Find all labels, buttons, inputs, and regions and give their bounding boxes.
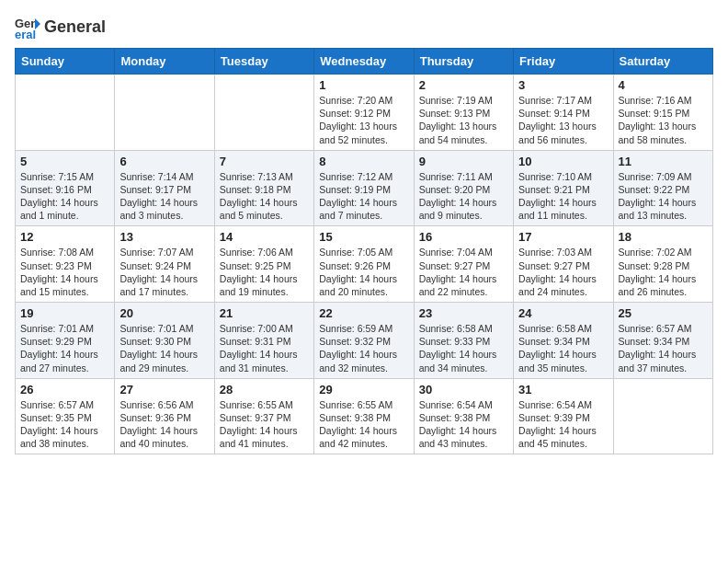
calendar-header-thursday: Thursday bbox=[414, 49, 513, 75]
calendar-cell: 7Sunrise: 7:13 AMSunset: 9:18 PMDaylight… bbox=[214, 150, 313, 226]
day-info: Sunrise: 6:54 AMSunset: 9:39 PMDaylight:… bbox=[518, 398, 608, 451]
day-info: Sunrise: 7:04 AMSunset: 9:27 PMDaylight:… bbox=[419, 246, 508, 298]
calendar-header-wednesday: Wednesday bbox=[314, 49, 414, 75]
calendar-cell: 10Sunrise: 7:10 AMSunset: 9:21 PMDayligh… bbox=[514, 150, 613, 226]
day-number: 20 bbox=[119, 306, 209, 320]
calendar-header-monday: Monday bbox=[115, 49, 214, 75]
day-info: Sunrise: 7:01 AMSunset: 9:29 PMDaylight:… bbox=[20, 322, 109, 374]
day-info: Sunrise: 7:00 AMSunset: 9:31 PMDaylight:… bbox=[220, 322, 309, 374]
logo-text: General bbox=[44, 18, 106, 37]
calendar-cell: 19Sunrise: 7:01 AMSunset: 9:29 PMDayligh… bbox=[16, 303, 115, 379]
day-number: 6 bbox=[119, 155, 209, 168]
calendar-cell: 12Sunrise: 7:08 AMSunset: 9:23 PMDayligh… bbox=[16, 226, 115, 303]
logo: Gen eral General bbox=[15, 15, 106, 40]
day-number: 26 bbox=[20, 383, 109, 396]
day-info: Sunrise: 7:16 AMSunset: 9:15 PMDaylight:… bbox=[619, 94, 708, 146]
day-info: Sunrise: 7:19 AMSunset: 9:13 PMDaylight:… bbox=[419, 94, 508, 146]
day-number: 8 bbox=[319, 155, 408, 168]
day-number: 7 bbox=[220, 155, 309, 168]
calendar-cell: 26Sunrise: 6:57 AMSunset: 9:35 PMDayligh… bbox=[16, 378, 115, 454]
calendar-cell bbox=[214, 75, 313, 151]
logo-icon: Gen eral bbox=[15, 15, 40, 40]
calendar-cell: 30Sunrise: 6:54 AMSunset: 9:38 PMDayligh… bbox=[414, 378, 513, 454]
calendar-cell bbox=[115, 75, 214, 151]
day-info: Sunrise: 7:13 AMSunset: 9:18 PMDaylight:… bbox=[220, 170, 309, 223]
calendar-cell: 29Sunrise: 6:55 AMSunset: 9:38 PMDayligh… bbox=[314, 378, 414, 454]
day-info: Sunrise: 7:03 AMSunset: 9:27 PMDaylight:… bbox=[518, 246, 608, 298]
day-info: Sunrise: 7:15 AMSunset: 9:16 PMDaylight:… bbox=[20, 170, 109, 223]
day-number: 28 bbox=[220, 383, 309, 396]
day-number: 14 bbox=[220, 230, 309, 244]
calendar-header-tuesday: Tuesday bbox=[214, 49, 313, 75]
day-number: 27 bbox=[119, 383, 209, 396]
calendar-cell: 21Sunrise: 7:00 AMSunset: 9:31 PMDayligh… bbox=[214, 303, 313, 379]
day-number: 25 bbox=[619, 306, 708, 320]
day-info: Sunrise: 7:14 AMSunset: 9:17 PMDaylight:… bbox=[119, 170, 209, 223]
day-number: 16 bbox=[419, 230, 508, 244]
day-info: Sunrise: 6:54 AMSunset: 9:38 PMDaylight:… bbox=[419, 398, 508, 451]
calendar-cell: 9Sunrise: 7:11 AMSunset: 9:20 PMDaylight… bbox=[414, 150, 513, 226]
day-info: Sunrise: 7:09 AMSunset: 9:22 PMDaylight:… bbox=[619, 170, 708, 223]
svg-text:eral: eral bbox=[15, 28, 36, 40]
calendar-week-row: 1Sunrise: 7:20 AMSunset: 9:12 PMDaylight… bbox=[16, 75, 713, 151]
day-info: Sunrise: 6:56 AMSunset: 9:36 PMDaylight:… bbox=[119, 398, 209, 451]
day-info: Sunrise: 7:10 AMSunset: 9:21 PMDaylight:… bbox=[518, 170, 608, 223]
day-number: 15 bbox=[319, 230, 408, 244]
calendar-cell: 17Sunrise: 7:03 AMSunset: 9:27 PMDayligh… bbox=[514, 226, 613, 303]
calendar-cell: 13Sunrise: 7:07 AMSunset: 9:24 PMDayligh… bbox=[115, 226, 214, 303]
calendar-cell: 6Sunrise: 7:14 AMSunset: 9:17 PMDaylight… bbox=[115, 150, 214, 226]
calendar-cell: 5Sunrise: 7:15 AMSunset: 9:16 PMDaylight… bbox=[16, 150, 115, 226]
day-info: Sunrise: 6:55 AMSunset: 9:37 PMDaylight:… bbox=[220, 398, 309, 451]
day-info: Sunrise: 7:11 AMSunset: 9:20 PMDaylight:… bbox=[419, 170, 508, 223]
calendar-header-friday: Friday bbox=[514, 49, 613, 75]
day-number: 10 bbox=[518, 155, 608, 168]
calendar-week-row: 5Sunrise: 7:15 AMSunset: 9:16 PMDaylight… bbox=[16, 150, 713, 226]
day-number: 13 bbox=[119, 230, 209, 244]
day-number: 24 bbox=[518, 306, 608, 320]
calendar-cell: 2Sunrise: 7:19 AMSunset: 9:13 PMDaylight… bbox=[414, 75, 513, 151]
calendar-cell: 16Sunrise: 7:04 AMSunset: 9:27 PMDayligh… bbox=[414, 226, 513, 303]
calendar-cell: 14Sunrise: 7:06 AMSunset: 9:25 PMDayligh… bbox=[214, 226, 313, 303]
day-info: Sunrise: 7:08 AMSunset: 9:23 PMDaylight:… bbox=[20, 246, 109, 298]
calendar-cell: 4Sunrise: 7:16 AMSunset: 9:15 PMDaylight… bbox=[613, 75, 712, 151]
day-info: Sunrise: 6:58 AMSunset: 9:34 PMDaylight:… bbox=[518, 322, 608, 374]
day-info: Sunrise: 6:57 AMSunset: 9:34 PMDaylight:… bbox=[619, 322, 708, 374]
day-info: Sunrise: 7:05 AMSunset: 9:26 PMDaylight:… bbox=[319, 246, 408, 298]
calendar-cell: 24Sunrise: 6:58 AMSunset: 9:34 PMDayligh… bbox=[514, 303, 613, 379]
calendar-cell: 11Sunrise: 7:09 AMSunset: 9:22 PMDayligh… bbox=[613, 150, 712, 226]
day-number: 23 bbox=[419, 306, 508, 320]
calendar-cell bbox=[613, 378, 712, 454]
calendar-cell: 20Sunrise: 7:01 AMSunset: 9:30 PMDayligh… bbox=[115, 303, 214, 379]
day-info: Sunrise: 6:57 AMSunset: 9:35 PMDaylight:… bbox=[20, 398, 109, 451]
calendar-table: SundayMondayTuesdayWednesdayThursdayFrid… bbox=[15, 48, 713, 454]
day-info: Sunrise: 7:12 AMSunset: 9:19 PMDaylight:… bbox=[319, 170, 408, 223]
calendar-week-row: 26Sunrise: 6:57 AMSunset: 9:35 PMDayligh… bbox=[16, 378, 713, 454]
calendar-cell: 23Sunrise: 6:58 AMSunset: 9:33 PMDayligh… bbox=[414, 303, 513, 379]
calendar-cell: 22Sunrise: 6:59 AMSunset: 9:32 PMDayligh… bbox=[314, 303, 414, 379]
calendar-cell: 28Sunrise: 6:55 AMSunset: 9:37 PMDayligh… bbox=[214, 378, 313, 454]
day-number: 30 bbox=[419, 383, 508, 396]
calendar-cell: 31Sunrise: 6:54 AMSunset: 9:39 PMDayligh… bbox=[514, 378, 613, 454]
day-number: 3 bbox=[518, 78, 608, 92]
day-info: Sunrise: 6:58 AMSunset: 9:33 PMDaylight:… bbox=[419, 322, 508, 374]
calendar-cell: 15Sunrise: 7:05 AMSunset: 9:26 PMDayligh… bbox=[314, 226, 414, 303]
day-number: 9 bbox=[419, 155, 508, 168]
day-info: Sunrise: 7:17 AMSunset: 9:14 PMDaylight:… bbox=[518, 94, 608, 146]
calendar-header-row: SundayMondayTuesdayWednesdayThursdayFrid… bbox=[16, 49, 713, 75]
day-number: 11 bbox=[619, 155, 708, 168]
day-info: Sunrise: 6:55 AMSunset: 9:38 PMDaylight:… bbox=[319, 398, 408, 451]
day-number: 17 bbox=[518, 230, 608, 244]
day-number: 12 bbox=[20, 230, 109, 244]
day-number: 2 bbox=[419, 78, 508, 92]
calendar-cell: 8Sunrise: 7:12 AMSunset: 9:19 PMDaylight… bbox=[314, 150, 414, 226]
day-number: 18 bbox=[619, 230, 708, 244]
day-number: 21 bbox=[220, 306, 309, 320]
day-number: 22 bbox=[319, 306, 408, 320]
day-info: Sunrise: 7:02 AMSunset: 9:28 PMDaylight:… bbox=[619, 246, 708, 298]
day-info: Sunrise: 7:20 AMSunset: 9:12 PMDaylight:… bbox=[319, 94, 408, 146]
calendar-cell: 18Sunrise: 7:02 AMSunset: 9:28 PMDayligh… bbox=[613, 226, 712, 303]
calendar-week-row: 12Sunrise: 7:08 AMSunset: 9:23 PMDayligh… bbox=[16, 226, 713, 303]
calendar-header-saturday: Saturday bbox=[613, 49, 712, 75]
day-number: 31 bbox=[518, 383, 608, 396]
day-info: Sunrise: 7:06 AMSunset: 9:25 PMDaylight:… bbox=[220, 246, 309, 298]
